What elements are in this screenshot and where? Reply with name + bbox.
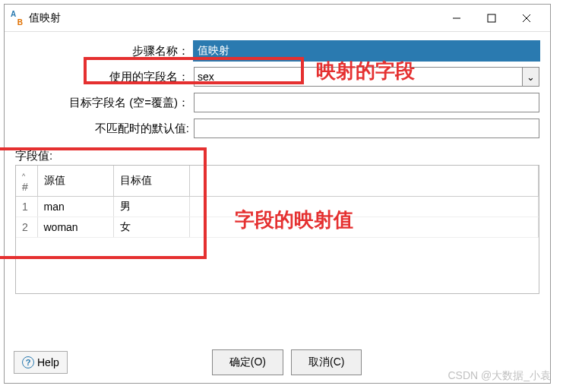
field-name-dropdown-button[interactable]: ⌄ xyxy=(523,67,539,87)
close-button[interactable] xyxy=(509,7,544,30)
mapping-table-area: ^# 源值 目标值 1 man 男 2 woman xyxy=(15,165,539,294)
minimize-icon xyxy=(452,14,461,23)
titlebar: 值映射 xyxy=(5,5,550,32)
header-target[interactable]: 目标值 xyxy=(113,166,189,197)
content-area: 步骤名称： 使用的字段名： ⌄ 目标字段名 (空=覆盖)： 不匹配时的默认值: … xyxy=(5,32,550,342)
row-default-value: 不匹配时的默认值: xyxy=(15,117,539,140)
header-index[interactable]: ^# xyxy=(16,166,37,197)
cell-source[interactable]: man xyxy=(37,197,113,217)
table-row[interactable]: 1 man 男 xyxy=(16,197,539,217)
target-field-label: 目标字段名 (空=覆盖)： xyxy=(15,96,194,110)
cell-index: 1 xyxy=(16,197,37,217)
cell-target[interactable]: 女 xyxy=(113,217,189,238)
default-value-input[interactable] xyxy=(194,119,539,138)
step-name-label: 步骤名称： xyxy=(15,44,194,58)
ok-button[interactable]: 确定(O) xyxy=(212,349,283,375)
table-header-row: ^# 源值 目标值 xyxy=(16,166,539,197)
cell-target[interactable]: 男 xyxy=(113,197,189,217)
maximize-button[interactable] xyxy=(474,7,509,30)
target-field-input[interactable] xyxy=(194,93,539,112)
table-row[interactable]: 2 woman 女 xyxy=(16,217,539,238)
sort-icon: ^ xyxy=(22,172,25,180)
help-label: Help xyxy=(37,356,59,368)
cell-filler xyxy=(189,197,539,217)
step-name-input[interactable] xyxy=(194,41,539,61)
cell-source[interactable]: woman xyxy=(37,217,113,238)
header-filler xyxy=(189,166,539,197)
field-name-label: 使用的字段名： xyxy=(15,70,194,84)
row-field-name: 使用的字段名： ⌄ xyxy=(15,65,539,88)
minimize-button[interactable] xyxy=(439,7,474,30)
header-source[interactable]: 源值 xyxy=(37,166,113,197)
svg-rect-1 xyxy=(488,14,495,22)
default-value-label: 不匹配时的默认值: xyxy=(15,122,194,136)
row-target-field: 目标字段名 (空=覆盖)： xyxy=(15,91,539,114)
cell-filler xyxy=(189,217,539,238)
app-icon xyxy=(11,12,23,24)
mapping-table[interactable]: ^# 源值 目标值 1 man 男 2 woman xyxy=(16,166,539,238)
row-step-name: 步骤名称： xyxy=(15,40,539,62)
window-title: 值映射 xyxy=(29,11,61,25)
maximize-icon xyxy=(487,14,496,23)
table-section-label: 字段值: xyxy=(15,149,539,163)
close-icon xyxy=(522,14,531,23)
dialog-window: 值映射 步骤名称： 使用的字段名： ⌄ 目标字段名 (空=覆盖)： xyxy=(4,4,551,384)
footer: ? Help 确定(O) 取消(C) xyxy=(5,342,550,383)
cancel-button[interactable]: 取消(C) xyxy=(291,349,362,375)
cell-index: 2 xyxy=(16,217,37,238)
help-button[interactable]: ? Help xyxy=(14,351,68,374)
field-name-input[interactable] xyxy=(194,67,523,87)
chevron-down-icon: ⌄ xyxy=(527,71,535,83)
help-icon: ? xyxy=(22,356,34,368)
